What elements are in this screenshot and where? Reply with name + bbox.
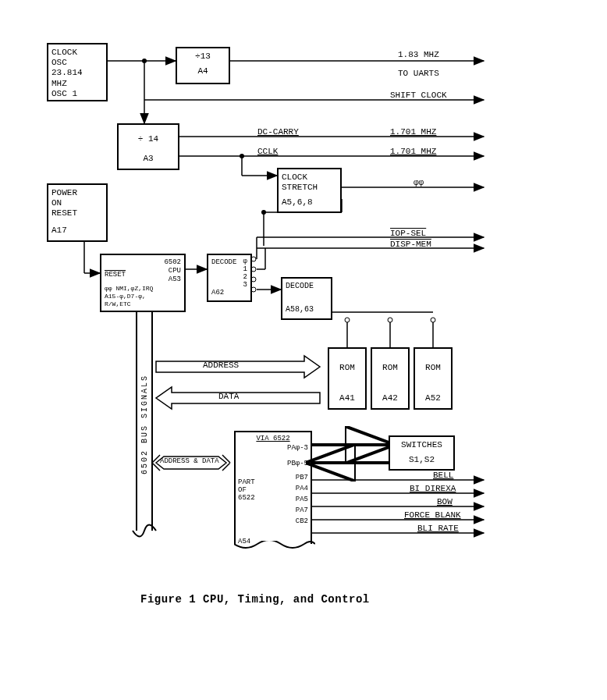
sig-disp-mem: DISP-MEM: [390, 240, 431, 249]
cpu-block: 6502 CPU A53 RESET φφ NMI,φZ,IRQ A15-φ,D…: [100, 254, 186, 312]
sig-phi0: φφ: [414, 178, 424, 187]
sig-forceblank: FORCE BLANK: [404, 510, 461, 520]
power-reset-l1: POWER: [51, 188, 103, 198]
clock-stretch-ref: A5,6,8: [282, 197, 337, 208]
rom2-label: ROM: [375, 363, 405, 373]
cpu-sig3: R/W,ETC: [105, 300, 131, 308]
decode1-block: DECODE φ 1 2 3 A62: [207, 254, 252, 302]
cpu-sig2: A15-φ,D7-φ,: [105, 293, 146, 300]
power-reset-l2: ON: [51, 198, 103, 208]
via-pa7: PA7: [238, 506, 308, 514]
rom3-block: ROM A52: [414, 347, 453, 410]
power-reset-ref: A17: [51, 226, 103, 236]
figure-caption: Figure 1 CPU, Timing, and Control: [140, 593, 370, 606]
clock-osc-line3: 23.814: [51, 68, 103, 78]
rom1-ref: A41: [332, 393, 362, 403]
div14-ref: A3: [122, 154, 175, 164]
switches-block: SWITCHES S1,S2: [389, 435, 455, 471]
via-cb2: CB2: [238, 517, 308, 525]
div13-block: ÷13 A4: [176, 47, 230, 84]
clock-osc-line5: OSC 1: [51, 89, 103, 99]
decode2-ref: A58,63: [286, 305, 328, 314]
div14-block: ÷ 14 A3: [117, 123, 179, 170]
via-pb05: PBφ-5: [238, 460, 308, 467]
sig-blirate: BLI RATE: [417, 524, 459, 533]
sig-bidirexa: BI DIREXA: [410, 484, 456, 493]
cpu-l1: 6502: [164, 258, 181, 266]
via-pa03: PAφ-3: [238, 444, 308, 452]
svg-point-31: [345, 318, 350, 322]
sig-dc-carry: DC-CARRY: [257, 127, 299, 137]
svg-point-33: [431, 318, 435, 322]
decode1-ref: A62: [211, 289, 224, 297]
bus-column-label: 6502 BUS SIGNALS: [140, 375, 149, 474]
sig-1-83mhz: 1.83 MHZ: [398, 50, 439, 59]
svg-point-4: [142, 59, 147, 63]
decode2-block: DECODE A58,63: [281, 277, 332, 320]
clock-osc-block: CLOCK OSC 23.814 MHZ OSC 1: [47, 43, 108, 101]
sig-bow: BOW: [437, 497, 453, 506]
via-side: PART OF 6522: [238, 479, 255, 503]
power-reset-l3: RESET: [51, 208, 103, 219]
clock-osc-line4: MHZ: [51, 79, 103, 89]
rom1-label: ROM: [332, 363, 362, 373]
clock-stretch-block: CLOCK STRETCH A5,6,8: [277, 168, 342, 213]
rom1-block: ROM A41: [328, 347, 367, 410]
rom3-ref: A52: [418, 393, 448, 403]
clock-osc-line2: OSC: [51, 58, 103, 68]
rom2-ref: A42: [375, 393, 405, 403]
via-title: VIA 6522: [238, 435, 308, 442]
sig-data: DATA: [218, 392, 239, 401]
cpu-sig1: φφ NMI,φZ,IRQ: [105, 285, 153, 293]
decode2-label: DECODE: [286, 282, 328, 291]
div14-label: ÷ 14: [122, 134, 175, 144]
switches-l1: SWITCHES: [393, 440, 450, 450]
clock-stretch-l2: STRETCH: [282, 183, 337, 193]
power-reset-block: POWER ON RESET A17: [47, 183, 108, 242]
sig-cclk: CCLK: [257, 147, 278, 156]
sig-dc-freq: 1.701 MHZ: [390, 127, 436, 137]
sig-cclk-freq: 1.701 MHZ: [390, 147, 436, 156]
cpu-l2: CPU: [169, 267, 181, 275]
cpu-l3: A53: [169, 275, 181, 283]
sig-bell: BELL: [433, 471, 453, 480]
rom3-label: ROM: [418, 363, 448, 373]
via-block: VIA 6522 PAφ-3 PBφ-5 PB7 PA4 PA5 PA7 CB2…: [234, 431, 312, 544]
sig-address-data: ADDRESS & DATA: [160, 457, 219, 465]
clock-osc-line1: CLOCK: [51, 48, 103, 58]
via-ref: A54: [238, 538, 250, 545]
svg-point-14: [261, 210, 266, 215]
switches-l2: S1,S2: [393, 455, 450, 465]
div13-ref: A4: [180, 66, 225, 76]
cpu-reset: RESET: [105, 271, 126, 279]
sig-iop-sel: IOP-SEL: [390, 229, 426, 238]
svg-point-10: [240, 154, 244, 158]
div13-label: ÷13: [180, 52, 225, 62]
sig-shift-clock: SHIFT CLOCK: [390, 91, 447, 100]
rom2-block: ROM A42: [371, 347, 410, 410]
decode1-nums: φ 1 2 3: [243, 258, 247, 290]
clock-stretch-l1: CLOCK: [282, 172, 337, 183]
svg-point-32: [388, 318, 392, 322]
decode1-label: DECODE: [211, 258, 247, 267]
sig-to-uarts: TO UARTS: [398, 69, 439, 78]
sig-address: ADDRESS: [203, 361, 239, 370]
